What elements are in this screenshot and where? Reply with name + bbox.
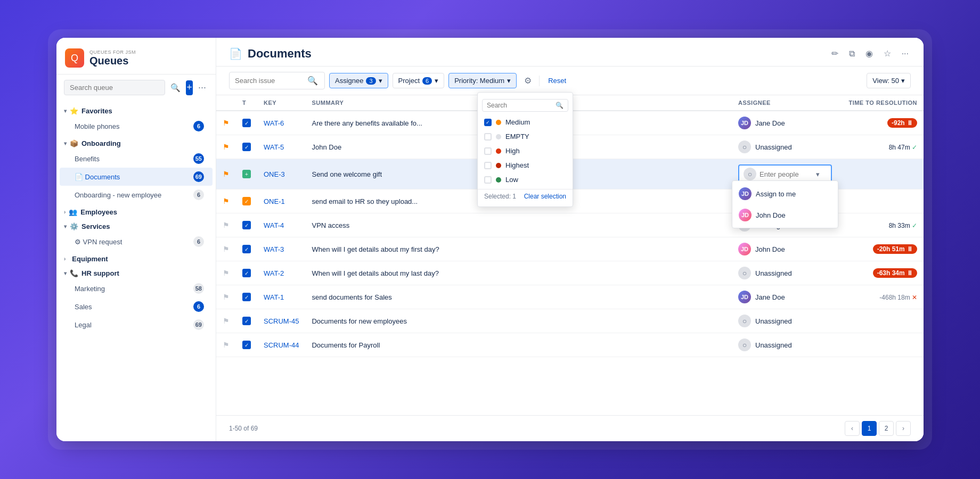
sidebar-section-equipment[interactable]: › Equipment bbox=[56, 251, 216, 265]
issue-key-link[interactable]: SCRUM-44 bbox=[264, 341, 299, 349]
edit-button[interactable]: ✏ bbox=[829, 46, 840, 61]
assign-john-doe-button[interactable]: JD John Doe bbox=[732, 204, 838, 226]
priority-dot-low bbox=[496, 177, 501, 183]
more-filters-button[interactable]: ⚙ bbox=[521, 73, 535, 88]
type-cell: ✓ bbox=[236, 135, 257, 159]
issue-key-link[interactable]: ONE-1 bbox=[264, 197, 285, 205]
time-ok-icon: ✓ bbox=[912, 222, 917, 229]
sidebar-section-hr-support[interactable]: ▾ 📞 HR support bbox=[56, 265, 216, 279]
chevron-down-icon: ▾ bbox=[816, 170, 820, 178]
avatar: ○ bbox=[738, 141, 751, 153]
flag-icon: ⚑ bbox=[223, 293, 230, 301]
time-cell: -63h 34m ⏸ bbox=[838, 261, 924, 285]
sidebar-section-services[interactable]: ▾ ⚙️ Services bbox=[56, 218, 216, 233]
nav-item-label: Sales bbox=[75, 303, 92, 311]
enter-people-input[interactable] bbox=[760, 170, 813, 178]
key-cell: WAT-5 bbox=[257, 135, 305, 159]
sidebar-item-sales[interactable]: Sales 6 bbox=[60, 298, 213, 316]
page-title: Documents bbox=[248, 47, 312, 61]
issue-key-link[interactable]: ONE-3 bbox=[264, 170, 285, 178]
issue-key-link[interactable]: WAT-5 bbox=[264, 143, 284, 151]
star-button[interactable]: ☆ bbox=[881, 46, 893, 61]
avatar: ○ bbox=[738, 315, 751, 327]
flag-icon: ⚑ bbox=[223, 170, 230, 178]
assignee-cell: ○ Unassigned bbox=[732, 261, 838, 285]
sidebar-item-onboarding-new[interactable]: Onboarding - new employee 6 bbox=[60, 186, 213, 204]
dropdown-item-medium[interactable]: ✓ Medium bbox=[478, 115, 573, 129]
table-footer: 1-50 of 69 ‹ 1 2 › bbox=[216, 415, 924, 441]
flag-icon: ⚑ bbox=[223, 269, 230, 277]
clear-selection-button[interactable]: Clear selection bbox=[524, 193, 566, 200]
sidebar-section-favorites[interactable]: ▾ ⭐ Favorites bbox=[56, 103, 216, 117]
more-actions-button[interactable]: ··· bbox=[900, 47, 911, 61]
issue-key-link[interactable]: WAT-1 bbox=[264, 293, 284, 301]
priority-filter-button[interactable]: Priority: Medium ▾ bbox=[448, 73, 517, 88]
type-cell: ✓ bbox=[236, 111, 257, 135]
assign-to-me-button[interactable]: JD Assign to me bbox=[732, 183, 838, 204]
more-options-button[interactable]: ··· bbox=[196, 80, 208, 95]
sidebar-section-employees[interactable]: › 👥 Employees bbox=[56, 204, 216, 218]
section-label: Equipment bbox=[72, 255, 108, 263]
assignee-name: Unassigned bbox=[755, 341, 792, 349]
reset-button[interactable]: Reset bbox=[544, 75, 570, 87]
issue-key-link[interactable]: WAT-3 bbox=[264, 245, 284, 253]
priority-dot-highest bbox=[496, 163, 501, 168]
dropdown-item-high[interactable]: High bbox=[478, 144, 573, 158]
sidebar-item-marketing[interactable]: Marketing 58 bbox=[60, 279, 213, 298]
dropdown-item-highest[interactable]: Highest bbox=[478, 158, 573, 172]
nav-item-label: Onboarding - new employee bbox=[75, 191, 161, 199]
page-1-button[interactable]: 1 bbox=[862, 421, 877, 436]
search-issue-input[interactable] bbox=[235, 77, 304, 85]
issue-key-link[interactable]: WAT-4 bbox=[264, 221, 284, 229]
nav-item-label: Mobile phones bbox=[75, 122, 120, 130]
search-queue-button[interactable]: 🔍 bbox=[168, 81, 183, 95]
issue-key-link[interactable]: SCRUM-45 bbox=[264, 317, 299, 325]
main-content: 📄 Documents ✏ ⧉ ◉ ☆ ··· 🔍 Assi bbox=[216, 38, 924, 441]
section-label: Services bbox=[81, 222, 110, 230]
issue-key-link[interactable]: WAT-2 bbox=[264, 269, 284, 277]
eye-button[interactable]: ◉ bbox=[863, 46, 875, 61]
page-header: 📄 Documents ✏ ⧉ ◉ ☆ ··· bbox=[216, 38, 924, 67]
time-cell: -468h 18m ✕ bbox=[838, 285, 924, 309]
sidebar-item-documents[interactable]: 📄 Documents 69 bbox=[60, 168, 213, 186]
next-page-button[interactable]: › bbox=[896, 421, 911, 436]
sidebar-section-onboarding[interactable]: ▾ 📦 Onboarding bbox=[56, 135, 216, 150]
add-queue-button[interactable]: + bbox=[186, 80, 193, 95]
view-label: View: 50 bbox=[872, 77, 899, 85]
nav-item-badge: 69 bbox=[193, 171, 204, 182]
page-title-row: 📄 Documents bbox=[229, 47, 312, 61]
assignee-name: John Doe bbox=[755, 245, 785, 253]
copy-button[interactable]: ⧉ bbox=[847, 47, 857, 61]
issue-key-link[interactable]: WAT-6 bbox=[264, 119, 284, 127]
type-icon: ✓ bbox=[242, 221, 251, 229]
priority-label-low: Low bbox=[505, 176, 518, 184]
priority-dot-empty bbox=[496, 134, 501, 139]
assignee-filter-button[interactable]: Assignee 3 ▾ bbox=[329, 73, 388, 88]
prev-page-button[interactable]: ‹ bbox=[845, 421, 860, 436]
dropdown-item-low[interactable]: Low bbox=[478, 172, 573, 187]
dropdown-item-empty[interactable]: EMPTY bbox=[478, 129, 573, 144]
sidebar-item-vpn-request[interactable]: ⚙ VPN request 6 bbox=[60, 233, 213, 251]
avatar: JD bbox=[739, 209, 752, 221]
sidebar-item-legal[interactable]: Legal 69 bbox=[60, 316, 213, 334]
table-row: ⚑ ✓ WAT-3 When will I get details about … bbox=[216, 237, 924, 261]
project-filter-button[interactable]: Project 6 ▾ bbox=[393, 73, 445, 88]
view-select-button[interactable]: View: 50 ▾ bbox=[867, 73, 911, 88]
flag-icon: ⚑ bbox=[223, 341, 230, 349]
avatar: JD bbox=[738, 117, 751, 129]
page-2-button[interactable]: 2 bbox=[879, 421, 894, 436]
nav-item-badge: 58 bbox=[193, 283, 204, 294]
type-icon: + bbox=[242, 170, 251, 178]
key-cell: WAT-6 bbox=[257, 111, 305, 135]
flag-icon: ⚑ bbox=[223, 245, 230, 253]
nav-item-label: 📄 Documents bbox=[75, 173, 120, 181]
table-row: ⚑ ✓ SCRUM-44 Documents for Payroll ○ Una… bbox=[216, 333, 924, 357]
dropdown-search-input[interactable] bbox=[487, 102, 553, 109]
assignee-name: Unassigned bbox=[755, 317, 792, 325]
type-icon: ✓ bbox=[242, 293, 251, 301]
sidebar-item-mobile-phones[interactable]: Mobile phones 6 bbox=[60, 117, 213, 135]
search-issue-wrapper: 🔍 bbox=[229, 72, 325, 89]
search-queue-input[interactable] bbox=[64, 80, 165, 95]
sidebar-item-benefits[interactable]: Benefits 55 bbox=[60, 150, 213, 168]
time-cell: 8h 47m ✓ bbox=[838, 135, 924, 159]
